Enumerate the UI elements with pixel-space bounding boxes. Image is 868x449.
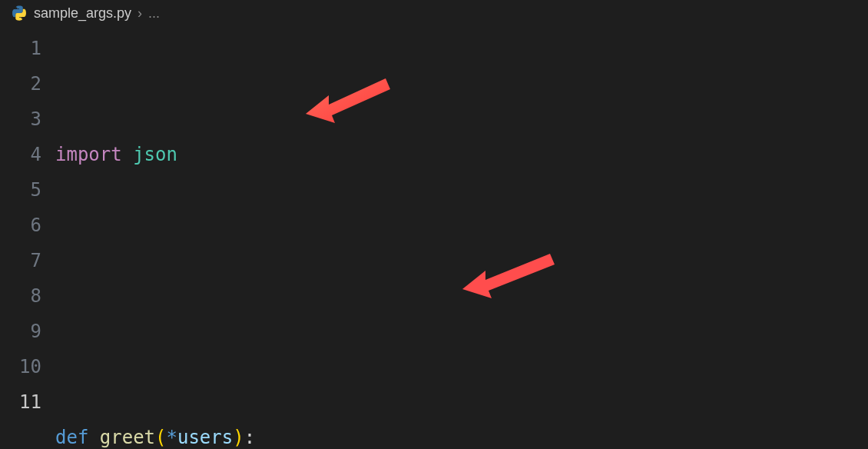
keyword-import: import bbox=[55, 144, 122, 165]
paren-open: ( bbox=[155, 427, 166, 448]
line-number: 8 bbox=[0, 278, 41, 314]
code-line[interactable] bbox=[55, 278, 868, 314]
line-number: 9 bbox=[0, 314, 41, 349]
line-number: 1 bbox=[0, 31, 41, 66]
function-name: greet bbox=[100, 427, 155, 448]
line-number: 11 bbox=[0, 384, 41, 420]
breadcrumb-more[interactable]: ... bbox=[148, 5, 160, 22]
line-number: 10 bbox=[0, 349, 41, 384]
code-editor[interactable]: 1 2 3 4 5 6 7 8 9 10 11 import json def … bbox=[0, 26, 868, 449]
code-line[interactable]: import json bbox=[55, 137, 868, 172]
code-area[interactable]: import json def greet(*users): for user … bbox=[55, 31, 868, 449]
line-number-gutter: 1 2 3 4 5 6 7 8 9 10 11 bbox=[0, 31, 55, 449]
line-number: 2 bbox=[0, 66, 41, 101]
breadcrumb[interactable]: sample_args.py › ... bbox=[0, 0, 868, 26]
breadcrumb-file[interactable]: sample_args.py bbox=[34, 5, 131, 22]
keyword-def: def bbox=[55, 427, 88, 448]
line-number: 4 bbox=[0, 137, 41, 172]
code-line[interactable]: def greet(*users): bbox=[55, 420, 868, 449]
colon: : bbox=[244, 427, 255, 448]
paren-close: ) bbox=[233, 427, 244, 448]
breadcrumb-separator-icon: › bbox=[137, 5, 142, 22]
module-name: json bbox=[133, 144, 177, 165]
python-icon bbox=[11, 5, 28, 22]
star-operator: * bbox=[167, 427, 177, 448]
parameter: users bbox=[177, 427, 233, 448]
line-number: 6 bbox=[0, 208, 41, 243]
line-number: 3 bbox=[0, 101, 41, 137]
line-number: 5 bbox=[0, 172, 41, 208]
line-number: 7 bbox=[0, 243, 41, 278]
